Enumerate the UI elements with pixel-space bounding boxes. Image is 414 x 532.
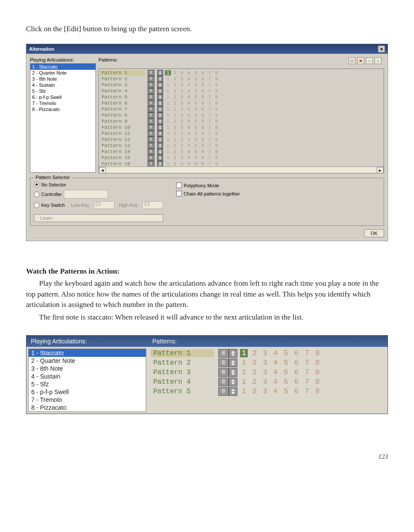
pattern-step[interactable]: 1 [166, 161, 170, 166]
pattern-step[interactable]: 1 [166, 125, 170, 130]
fig2-pattern-row[interactable]: Pattern 5812345678 [151, 387, 385, 396]
pattern-step[interactable]: 2 [173, 101, 177, 106]
articulations-listbox[interactable]: 1 - Staccato2 - Quarter Note3 - 8th Note… [30, 63, 96, 173]
pattern-row[interactable]: Pattern 15812345678 [100, 155, 383, 161]
pattern-row[interactable]: Pattern 3812345678 [100, 82, 383, 88]
pattern-step[interactable]: 7 [207, 82, 212, 88]
pattern-length-value[interactable]: 8 [148, 88, 154, 94]
new-pattern-icon[interactable]: □ [348, 57, 355, 64]
fig2-pattern-step[interactable]: 6 [294, 378, 299, 386]
pattern-step[interactable]: 6 [200, 137, 205, 142]
fig2-pattern-row[interactable]: Pattern 4812345678 [151, 377, 385, 387]
fig2-pattern-step[interactable]: 4 [273, 368, 278, 376]
pattern-step[interactable]: 1 [166, 76, 170, 82]
fig2-pattern-step[interactable]: 1 [242, 378, 246, 386]
pattern-step[interactable]: 7 [207, 125, 212, 130]
pattern-step[interactable]: 8 [214, 137, 219, 142]
pattern-step[interactable]: 7 [207, 131, 212, 136]
pattern-step[interactable]: 3 [180, 70, 184, 75]
pattern-row[interactable]: Pattern 12812345678 [100, 137, 383, 143]
pattern-step[interactable]: 5 [194, 155, 198, 160]
pattern-step[interactable]: 7 [207, 149, 212, 154]
pattern-length-spinner-icon[interactable] [157, 76, 163, 82]
pattern-step[interactable]: 3 [180, 155, 184, 160]
pattern-step[interactable]: 8 [214, 88, 219, 94]
pattern-step[interactable]: 4 [187, 161, 191, 166]
pattern-step[interactable]: 5 [194, 113, 198, 118]
pattern-length-spinner-icon[interactable] [157, 118, 163, 124]
fig2-pattern-length-value[interactable]: 8 [218, 378, 229, 386]
articulation-item[interactable]: 5 - Sfz [30, 88, 95, 94]
pattern-length-spinner-icon[interactable] [157, 70, 163, 76]
fig2-pattern-step[interactable]: 3 [263, 368, 267, 376]
pattern-step[interactable]: 3 [180, 161, 184, 166]
fig2-articulation-item[interactable]: 6 - p-f-p Swell [29, 388, 146, 396]
fig2-pattern-step[interactable]: 3 [263, 359, 267, 367]
pattern-step[interactable]: 4 [187, 131, 191, 136]
pattern-step[interactable]: 3 [180, 113, 184, 118]
pattern-step[interactable]: 2 [173, 88, 177, 94]
fig2-pattern-step[interactable]: 6 [294, 349, 299, 357]
pattern-step[interactable]: 8 [214, 155, 219, 160]
pattern-step[interactable]: 6 [200, 88, 205, 94]
fig2-pattern-length-value[interactable]: 8 [218, 368, 229, 377]
fig2-pattern-step[interactable]: 5 [284, 387, 288, 395]
fig2-articulation-item[interactable]: 2 - Quarter Note [29, 357, 146, 365]
pattern-step[interactable]: 1 [166, 101, 170, 106]
fig2-pattern-length-value[interactable]: 8 [218, 387, 229, 396]
fig2-pattern-step[interactable]: 4 [273, 359, 278, 367]
fig2-pattern-length-value[interactable]: 8 [218, 349, 229, 358]
fig2-pattern-step[interactable]: 2 [252, 368, 256, 376]
fig2-pattern-step[interactable]: 3 [263, 387, 267, 395]
learn-button[interactable]: Learn [34, 214, 163, 222]
pattern-step[interactable]: 8 [214, 101, 219, 106]
move-down-icon[interactable]: ↓ [375, 57, 381, 64]
pattern-length-spinner-icon[interactable] [157, 124, 163, 131]
delete-pattern-icon[interactable]: ✕ [357, 57, 364, 64]
fig2-articulation-item[interactable]: 4 - Sustain [29, 372, 146, 380]
pattern-step[interactable]: 5 [194, 95, 198, 100]
pattern-step[interactable]: 1 [166, 155, 170, 160]
fig2-pattern-length-spinner-icon[interactable] [229, 349, 237, 358]
pattern-step[interactable]: 6 [200, 131, 205, 136]
horizontal-scrollbar[interactable]: ◄ ► [99, 166, 384, 173]
chain-checkbox[interactable] [176, 191, 182, 196]
pattern-length-spinner-icon[interactable] [157, 131, 163, 137]
pattern-length-value[interactable]: 8 [148, 161, 154, 167]
polyphony-checkbox[interactable] [176, 183, 182, 188]
pattern-step[interactable]: 8 [214, 107, 219, 112]
pattern-step[interactable]: 6 [200, 95, 205, 100]
pattern-step[interactable]: 4 [187, 125, 191, 130]
fig2-pattern-step[interactable]: 7 [305, 368, 309, 376]
pattern-step[interactable]: 7 [207, 76, 212, 82]
pattern-step[interactable]: 6 [200, 155, 205, 160]
articulation-item[interactable]: 7 - Tremolo [30, 100, 95, 106]
pattern-step[interactable]: 2 [173, 82, 177, 88]
pattern-length-spinner-icon[interactable] [157, 155, 163, 161]
fig2-pattern-step[interactable]: 2 [252, 387, 256, 395]
pattern-row[interactable]: Pattern 2812345678 [100, 76, 383, 82]
pattern-row[interactable]: Pattern 6812345678 [100, 100, 383, 106]
pattern-step[interactable]: 5 [194, 76, 198, 82]
fig2-pattern-row[interactable]: Pattern 1812345678 [151, 349, 385, 358]
pattern-row[interactable]: Pattern 4812345678 [100, 88, 383, 94]
fig2-pattern-step[interactable]: 5 [284, 378, 288, 386]
pattern-step[interactable]: 8 [214, 131, 219, 136]
pattern-step[interactable]: 1 [166, 88, 170, 94]
fig2-pattern-step[interactable]: 4 [273, 378, 278, 386]
pattern-step[interactable]: 3 [180, 101, 184, 106]
pattern-step[interactable]: 8 [214, 161, 219, 166]
pattern-length-value[interactable]: 8 [148, 118, 154, 124]
pattern-step[interactable]: 1 [165, 70, 171, 75]
pattern-step[interactable]: 4 [187, 107, 191, 112]
pattern-step[interactable]: 7 [207, 95, 212, 100]
fig2-pattern-step[interactable]: 8 [315, 368, 319, 376]
fig2-pattern-step[interactable]: 2 [252, 378, 256, 386]
pattern-step[interactable]: 2 [173, 70, 177, 75]
pattern-step[interactable]: 3 [180, 131, 184, 136]
fig2-patterns-list[interactable]: Pattern 1812345678Pattern 2812345678Patt… [148, 347, 388, 404]
pattern-step[interactable]: 6 [200, 76, 205, 82]
pattern-step[interactable]: 1 [166, 137, 170, 142]
pattern-step[interactable]: 8 [214, 113, 219, 118]
pattern-length-spinner-icon[interactable] [157, 161, 163, 167]
